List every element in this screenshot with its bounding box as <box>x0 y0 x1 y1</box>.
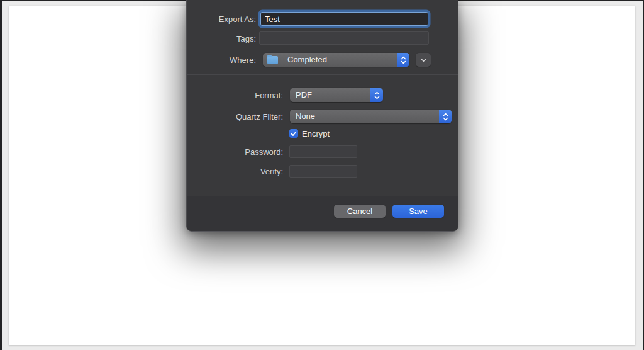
encrypt-checkbox[interactable] <box>289 129 298 138</box>
quartz-filter-popup[interactable]: None <box>290 110 452 123</box>
up-down-chevrons-icon <box>439 110 452 123</box>
format-popup-value: PDF <box>290 88 370 102</box>
up-down-chevrons-icon <box>397 53 409 67</box>
quartz-filter-popup-value: None <box>290 110 439 123</box>
export-as-input[interactable] <box>260 12 428 26</box>
format-popup[interactable]: PDF <box>290 88 383 102</box>
password-label: Password: <box>187 147 283 157</box>
checkmark-icon <box>291 131 297 137</box>
where-popup[interactable]: Completed <box>263 53 409 67</box>
format-label: Format: <box>187 91 283 100</box>
tags-input[interactable] <box>259 31 429 45</box>
up-down-chevrons-icon <box>370 88 383 102</box>
tags-label: Tags: <box>187 34 256 43</box>
section-divider-bottom <box>187 196 458 196</box>
expand-dialog-button[interactable] <box>416 53 431 67</box>
where-popup-value: Completed <box>282 53 397 67</box>
verify-input[interactable] <box>289 165 357 178</box>
save-button[interactable]: Save <box>392 205 444 218</box>
export-dialog: Export As: Tags: Where: Completed Format… <box>186 0 458 232</box>
folder-icon <box>267 56 278 64</box>
section-divider-top <box>187 74 458 75</box>
chevron-down-icon <box>420 58 427 62</box>
password-input[interactable] <box>289 145 357 158</box>
quartz-filter-label: Quartz Filter: <box>187 112 283 121</box>
where-label: Where: <box>187 55 256 65</box>
verify-label: Verify: <box>187 167 283 176</box>
cancel-button[interactable]: Cancel <box>334 205 386 218</box>
export-as-label: Export As: <box>187 14 256 24</box>
encrypt-label: Encrypt <box>302 129 330 138</box>
